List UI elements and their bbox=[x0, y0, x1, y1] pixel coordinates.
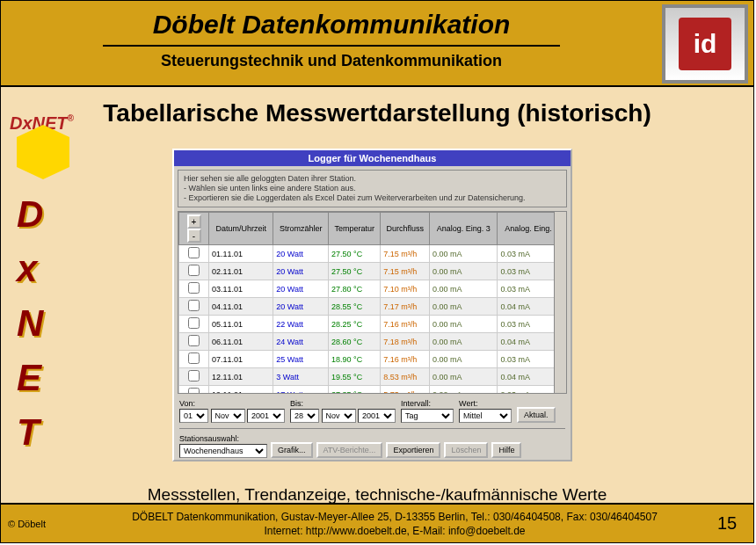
table-row[interactable]: 07.11.0125 Watt18.90 °C7.16 m³/h0.00 mA0… bbox=[179, 351, 566, 368]
cell-flow: 5.73 m³/h bbox=[381, 386, 430, 395]
cell-watt: 17 Watt bbox=[273, 386, 329, 395]
cell-date: 12.11.01 bbox=[209, 368, 273, 386]
table-row[interactable]: 02.11.0120 Watt27.50 °C7.15 m³/h0.00 mA0… bbox=[179, 263, 566, 280]
col-datum[interactable]: Datum/Uhrzeit bbox=[209, 213, 273, 245]
cell-temp: 28.55 °C bbox=[329, 298, 381, 316]
collapse-minus-button[interactable]: - bbox=[187, 229, 201, 243]
caption: Messstellen, Trendanzeige, technische-/k… bbox=[1, 485, 753, 505]
app-window: Logger für Wochenendhaus Hier sehen sie … bbox=[172, 149, 572, 461]
table-row[interactable]: 06.11.0124 Watt28.60 °C7.18 m³/h0.00 mA0… bbox=[179, 333, 566, 351]
cell-watt: 20 Watt bbox=[273, 298, 329, 316]
page-number: 15 bbox=[701, 513, 753, 534]
intervall-select[interactable]: Tag bbox=[401, 409, 454, 423]
bis-year-select[interactable]: 2001 bbox=[358, 409, 396, 423]
row-checkbox[interactable] bbox=[188, 247, 200, 258]
cell-flow: 7.10 m³/h bbox=[381, 280, 430, 298]
divider bbox=[179, 428, 565, 429]
table-row[interactable]: 19.11.0117 Watt27.85 °C5.73 m³/h0.00 mA0… bbox=[179, 386, 566, 395]
dxnet-vertical: D x N E T bbox=[17, 187, 43, 460]
slide: Döbelt Datenkommunikation Steuerungstech… bbox=[0, 0, 754, 543]
cell-flow: 7.15 m³/h bbox=[381, 245, 430, 263]
cell-watt: 25 Watt bbox=[273, 351, 329, 368]
cell-date: 02.11.01 bbox=[209, 263, 273, 280]
grafik-button[interactable]: Grafik... bbox=[271, 442, 313, 458]
loeschen-button[interactable]: Löschen bbox=[444, 442, 488, 458]
hilfe-button[interactable]: Hilfe bbox=[491, 442, 521, 458]
table-row[interactable]: 12.11.013 Watt19.55 °C8.53 m³/h0.00 mA0.… bbox=[179, 368, 566, 386]
cell-flow: 7.15 m³/h bbox=[381, 263, 430, 280]
cell-a3: 0.00 mA bbox=[430, 280, 498, 298]
von-day-select[interactable]: 01 bbox=[179, 409, 208, 423]
data-table: + - Datum/Uhrzeit Stromzähler Temperatur… bbox=[178, 212, 566, 394]
von-year-select[interactable]: 2001 bbox=[247, 409, 285, 423]
cell-watt: 3 Watt bbox=[273, 368, 329, 386]
cell-temp: 27.80 °C bbox=[329, 280, 381, 298]
info-box: Hier sehen sie alle geloggten Daten ihre… bbox=[178, 170, 567, 207]
cell-watt: 20 Watt bbox=[273, 280, 329, 298]
date-controls: Von: 01 Nov 2001 Bis: 28 Nov 2001 bbox=[174, 397, 571, 425]
copyright: © Döbelt bbox=[1, 519, 89, 529]
cell-date: 06.11.01 bbox=[209, 333, 273, 351]
cell-temp: 27.50 °C bbox=[329, 263, 381, 280]
cell-date: 01.11.01 bbox=[209, 245, 273, 263]
row-checkbox[interactable] bbox=[188, 352, 200, 364]
cell-flow: 8.53 m³/h bbox=[381, 368, 430, 386]
cell-watt: 20 Watt bbox=[273, 263, 329, 280]
content: DxNET® D x N E T Tabellarische Messwertd… bbox=[1, 99, 753, 515]
bis-month-select[interactable]: Nov bbox=[322, 409, 356, 423]
col-a3[interactable]: Analog. Eing. 3 bbox=[430, 213, 498, 245]
row-checkbox[interactable] bbox=[188, 388, 200, 394]
cell-date: 19.11.01 bbox=[209, 386, 273, 395]
bis-day-select[interactable]: 28 bbox=[290, 409, 319, 423]
row-checkbox[interactable] bbox=[188, 300, 200, 311]
cell-date: 03.11.01 bbox=[209, 280, 273, 298]
row-checkbox[interactable] bbox=[188, 317, 200, 329]
row-checkbox[interactable] bbox=[188, 370, 200, 382]
header-subtitle: Steuerungstechnik und Datenkommunikation bbox=[1, 52, 662, 70]
col-durch[interactable]: Durchfluss bbox=[381, 213, 430, 245]
col-strom[interactable]: Stromzähler bbox=[273, 213, 329, 245]
cell-date: 05.11.01 bbox=[209, 316, 273, 333]
cell-temp: 27.50 °C bbox=[329, 245, 381, 263]
footer-text: DÖBELT Datenkommunikation, Gustav-Meyer-… bbox=[89, 510, 701, 538]
label-von: Von: bbox=[179, 399, 195, 408]
cell-flow: 7.18 m³/h bbox=[381, 333, 430, 351]
label-intervall: Intervall: bbox=[401, 399, 431, 408]
row-checkbox[interactable] bbox=[188, 265, 200, 276]
label-wert: Wert: bbox=[459, 399, 477, 408]
cell-temp: 18.90 °C bbox=[329, 351, 381, 368]
row-checkbox[interactable] bbox=[188, 282, 200, 294]
cell-a3: 0.00 mA bbox=[430, 263, 498, 280]
station-select[interactable]: Wochenendhaus bbox=[179, 444, 267, 458]
logo-frame: id bbox=[662, 4, 748, 84]
von-month-select[interactable]: Nov bbox=[211, 409, 245, 423]
export-button[interactable]: Exportieren bbox=[386, 442, 440, 458]
atv-button[interactable]: ATV-Berichte... bbox=[316, 442, 383, 458]
cell-a3: 0.00 mA bbox=[430, 386, 498, 395]
table-row[interactable]: 03.11.0120 Watt27.80 °C7.10 m³/h0.00 mA0… bbox=[179, 280, 566, 298]
cell-temp: 28.60 °C bbox=[329, 333, 381, 351]
cell-watt: 24 Watt bbox=[273, 333, 329, 351]
cell-date: 04.11.01 bbox=[209, 298, 273, 316]
cell-temp: 28.25 °C bbox=[329, 316, 381, 333]
scrollbar-vertical[interactable] bbox=[554, 212, 566, 393]
header-title: Döbelt Datenkommunikation bbox=[1, 10, 662, 40]
hexagon-icon bbox=[17, 137, 69, 167]
header-divider bbox=[103, 45, 560, 47]
table-row[interactable]: 05.11.0122 Watt28.25 °C7.16 m³/h0.00 mA0… bbox=[179, 316, 566, 333]
header: Döbelt Datenkommunikation Steuerungstech… bbox=[1, 1, 753, 87]
cell-a3: 0.00 mA bbox=[430, 316, 498, 333]
aktual-button[interactable]: Aktual. bbox=[517, 407, 556, 423]
table-wrap: + - Datum/Uhrzeit Stromzähler Temperatur… bbox=[178, 211, 567, 394]
expand-plus-button[interactable]: + bbox=[187, 214, 201, 229]
cell-flow: 7.17 m³/h bbox=[381, 298, 430, 316]
cell-watt: 22 Watt bbox=[273, 316, 329, 333]
col-temp[interactable]: Temperatur bbox=[329, 213, 381, 245]
wert-select[interactable]: Mittel bbox=[459, 409, 512, 423]
cell-temp: 27.85 °C bbox=[329, 386, 381, 395]
cell-a3: 0.00 mA bbox=[430, 368, 498, 386]
cell-date: 07.11.01 bbox=[209, 351, 273, 368]
table-row[interactable]: 01.11.0120 Watt27.50 °C7.15 m³/h0.00 mA0… bbox=[179, 245, 566, 263]
row-checkbox[interactable] bbox=[188, 335, 200, 346]
table-row[interactable]: 04.11.0120 Watt28.55 °C7.17 m³/h0.00 mA0… bbox=[179, 298, 566, 316]
